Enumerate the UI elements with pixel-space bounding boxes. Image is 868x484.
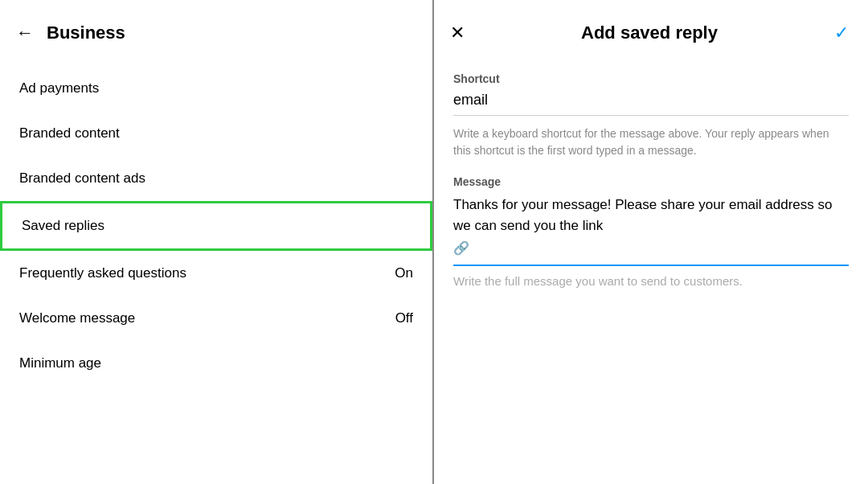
page-title: Business	[47, 23, 125, 43]
shortcut-label: Shortcut	[453, 72, 849, 85]
close-button[interactable]: ✕	[450, 23, 465, 43]
sidebar-item-branded-content-ads[interactable]: Branded content ads	[0, 156, 432, 201]
left-header: ← Business	[0, 0, 432, 59]
message-placeholder: Write the full message you want to send …	[453, 274, 849, 288]
sidebar-item-branded-content[interactable]: Branded content	[0, 111, 432, 156]
sidebar-item-faq[interactable]: Frequently asked questionsOn	[0, 251, 432, 296]
confirm-button[interactable]: ✓	[834, 23, 849, 43]
sidebar-item-label: Minimum age	[19, 355, 101, 371]
sidebar-item-status: Off	[395, 310, 413, 326]
left-menu: Ad paymentsBranded contentBranded conten…	[0, 59, 432, 392]
sidebar-item-minimum-age[interactable]: Minimum age	[0, 341, 432, 386]
shortcut-value[interactable]: email	[453, 92, 849, 116]
sidebar-item-label: Branded content ads	[19, 170, 145, 187]
sidebar-item-welcome-message[interactable]: Welcome messageOff	[0, 296, 432, 341]
sidebar-item-label: Ad payments	[19, 80, 99, 96]
sidebar-item-label: Saved replies	[22, 218, 104, 234]
right-panel: ✕ Add saved reply ✓ Shortcut email Write…	[434, 0, 868, 484]
sidebar-item-label: Frequently asked questions	[19, 265, 186, 281]
message-value[interactable]: Thanks for your message! Please share yo…	[453, 195, 849, 266]
message-text: Thanks for your message! Please share yo…	[453, 195, 849, 236]
sidebar-item-ad-payments[interactable]: Ad payments	[0, 66, 432, 111]
message-label: Message	[453, 175, 849, 188]
sidebar-item-saved-replies[interactable]: Saved replies	[0, 201, 432, 251]
back-button[interactable]: ←	[16, 23, 34, 43]
sidebar-item-status: On	[395, 265, 413, 281]
sidebar-item-label: Branded content	[19, 125, 120, 142]
sidebar-item-label: Welcome message	[19, 310, 135, 326]
right-header: ✕ Add saved reply ✓	[434, 0, 868, 59]
dialog-title: Add saved reply	[581, 23, 718, 43]
shortcut-hint: Write a keyboard shortcut for the messag…	[453, 125, 849, 159]
right-content: Shortcut email Write a keyboard shortcut…	[434, 59, 868, 484]
link-icon: 🔗	[453, 239, 469, 258]
left-panel: ← Business Ad paymentsBranded contentBra…	[0, 0, 434, 484]
